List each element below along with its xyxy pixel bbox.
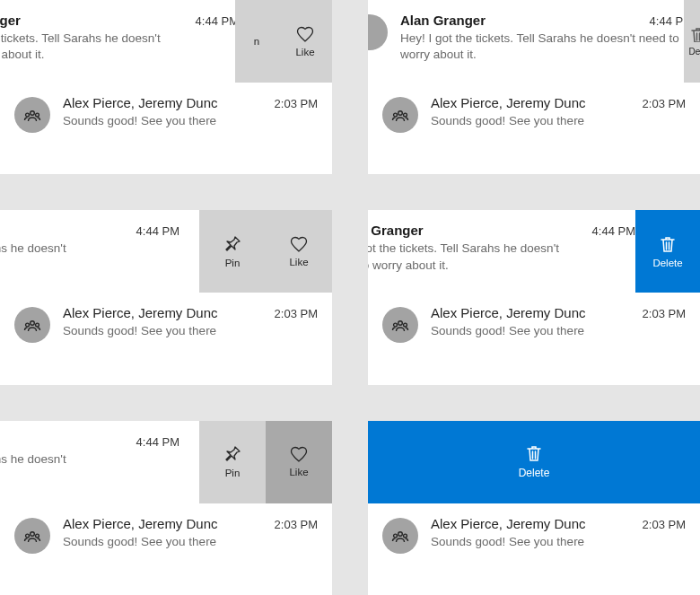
sender-name: Alex Pierce, Jeremy Dunc [431,305,586,320]
message-preview: got the tickets. Tell Sarahs he doesn't … [368,241,635,273]
sender-name: anger [0,13,21,28]
message-preview: Hey! I got the tickets. Tell Sarahs he d… [400,31,693,63]
message-time: 2:03 PM [275,518,318,531]
sender-name: Alan Granger [400,13,486,28]
message-preview: Sounds good! See you there [431,534,686,550]
swipe-actions: De [684,0,700,83]
message-time: 2:03 PM [275,97,318,110]
pin-icon [223,445,241,463]
message-time: 4:44 PM [196,14,239,28]
group-icon [23,528,41,544]
message-preview: Sounds good! See you there [63,534,318,550]
heart-icon [290,446,308,462]
message-time: 2:03 PM [643,307,686,320]
message-item[interactable]: Alex Pierce, Jeremy Dunc 2:03 PM Sounds … [368,293,700,384]
group-avatar [14,97,50,133]
delete-action[interactable]: Delete [368,421,700,503]
pin-action[interactable]: Pin [199,421,266,503]
sender-name: Alex Pierce, Jeremy Dunc [63,305,218,320]
pin-action[interactable]: Pin [199,210,266,293]
message-item[interactable]: Alex Pierce, Jeremy Dunc 2:03 PM Sounds … [368,83,700,174]
message-preview: ets. Tell Sarahs he doesn't out it. [0,241,179,273]
message-time: 2:03 PM [275,307,318,320]
card-4: n Granger 4:44 PM got the tickets. Tell … [368,210,700,384]
pin-action[interactable]: n [235,0,278,83]
swipe-actions: Pin Like [199,421,332,503]
message-item[interactable]: Alex Pierce, Jeremy Dunc 2:03 PM Sounds … [368,503,700,595]
swipe-actions: Pin Like [199,210,332,293]
message-item[interactable]: Alex Pierce, Jeremy Dunc 2:03 PM Sounds … [0,293,332,384]
group-icon [391,107,409,123]
group-icon [23,317,41,333]
message-preview: Sounds good! See you there [63,323,318,339]
group-avatar [382,97,418,133]
group-icon [23,107,41,123]
message-item[interactable]: Alex Pierce, Jeremy Dunc 2:03 PM Sounds … [0,503,332,595]
message-item[interactable]: Alan Granger 4:44 PM Hey! I got the tick… [368,0,700,83]
card-5: er 4:44 PM ets. Tell Sarahs he doesn't o… [0,421,332,595]
sender-name: Alex Pierce, Jeremy Dunc [431,516,586,531]
like-action[interactable]: Like [278,0,332,83]
trash-icon [525,444,543,462]
like-action[interactable]: Like [266,210,332,293]
message-time: 4:44 PM [592,224,635,238]
message-item[interactable]: Delete [368,421,700,503]
group-avatar [382,518,418,554]
message-preview: Sounds good! See you there [63,113,318,129]
message-item[interactable]: Alex Pierce, Jeremy Dunc 2:03 PM Sounds … [0,83,332,174]
avatar [368,14,388,50]
delete-action[interactable]: De [684,0,700,83]
trash-icon [659,235,677,253]
pin-icon [223,235,241,253]
message-time: 2:03 PM [643,518,686,531]
card-2: Alan Granger 4:44 PM Hey! I got the tick… [368,0,700,174]
card-1: anger 4:44 PM he tickets. Tell Sarahs he… [0,0,332,174]
message-time: 4:44 PM [136,224,179,238]
message-time: 4:44 PM [136,435,179,449]
message-preview: Sounds good! See you there [431,323,686,339]
card-6: Delete Alex Pierce, Jeremy Dunc 2:03 PM … [368,421,700,595]
message-item[interactable]: anger 4:44 PM he tickets. Tell Sarahs he… [0,0,332,83]
group-avatar [14,518,50,554]
message-item[interactable]: er 4:44 PM ets. Tell Sarahs he doesn't o… [0,421,332,503]
sender-name: Alex Pierce, Jeremy Dunc [63,516,218,531]
like-action[interactable]: Like [266,421,332,503]
message-item[interactable]: er 4:44 PM ets. Tell Sarahs he doesn't o… [0,210,332,293]
group-avatar [382,307,418,343]
delete-action[interactable]: Delete [635,210,700,293]
message-preview: he tickets. Tell Sarahs he doesn't rry a… [0,31,239,63]
message-preview: Sounds good! See you there [431,113,686,129]
message-preview: ets. Tell Sarahs he doesn't out it. [0,451,179,484]
swipe-actions: Delete [635,210,700,293]
group-avatar [14,307,50,343]
message-item[interactable]: n Granger 4:44 PM got the tickets. Tell … [368,210,700,293]
group-icon [391,528,409,544]
message-time: 2:03 PM [643,97,686,110]
sender-name: n Granger [368,223,424,238]
group-icon [391,317,409,333]
sender-name: Alex Pierce, Jeremy Dunc [431,95,586,110]
card-3: er 4:44 PM ets. Tell Sarahs he doesn't o… [0,210,332,384]
heart-icon [296,26,314,42]
heart-icon [290,236,308,252]
trash-icon [689,26,700,42]
swipe-actions: n Like [235,0,332,83]
sender-name: Alex Pierce, Jeremy Dunc [63,95,218,110]
